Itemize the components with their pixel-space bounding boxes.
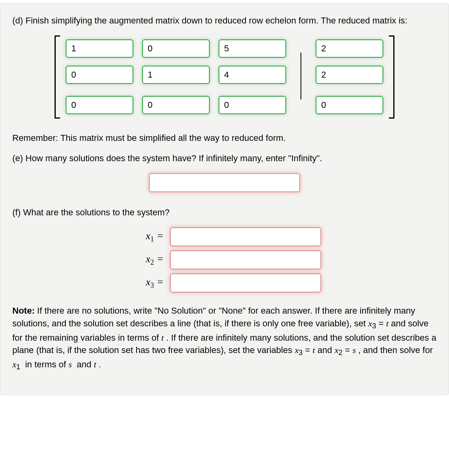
matrix-cell-r2c3[interactable] [219, 66, 286, 84]
x2-input[interactable] [170, 250, 321, 269]
part-d-prompt: (d) Finish simplifying the augmented mat… [12, 15, 437, 27]
matrix-cell-r1c4[interactable] [316, 39, 383, 58]
matrix-cell-r1c3[interactable] [219, 39, 286, 58]
solution-row-x2: x2 = [128, 250, 321, 269]
x3-input[interactable] [170, 273, 321, 293]
matrix-grid [60, 35, 389, 119]
matrix-cell-r3c3[interactable] [219, 96, 286, 114]
augment-bar-icon [295, 39, 307, 113]
solutions-block: x1 = x2 = x3 = [12, 227, 437, 293]
x1-label: x1 = [128, 230, 164, 244]
x2-label: x2 = [128, 253, 164, 267]
problem-card: (d) Finish simplifying the augmented mat… [0, 3, 449, 395]
matrix-cell-r2c1[interactable] [66, 66, 133, 84]
part-e-input-row [12, 173, 437, 192]
part-d-reminder: Remember: This matrix must be simplified… [12, 132, 437, 144]
matrix-cell-r2c2[interactable] [142, 66, 210, 84]
matrix-cell-r3c2[interactable] [142, 96, 210, 114]
solution-row-x1: x1 = [128, 227, 321, 246]
part-e-prompt: (e) How many solutions does the system h… [12, 152, 437, 164]
note-text: Note: If there are no solutions, write "… [12, 304, 437, 373]
x3-label: x3 = [128, 276, 164, 290]
left-bracket-icon [52, 35, 60, 119]
matrix-cell-r1c1[interactable] [66, 39, 133, 58]
right-bracket-icon [389, 35, 397, 119]
solution-row-x3: x3 = [128, 273, 321, 293]
part-f-prompt: (f) What are the solutions to the system… [12, 207, 437, 218]
solutions-count-input[interactable] [149, 173, 300, 192]
x1-input[interactable] [170, 227, 321, 246]
augmented-matrix [12, 35, 437, 119]
matrix-cell-r2c4[interactable] [316, 66, 383, 84]
matrix-cell-r1c2[interactable] [142, 39, 210, 58]
matrix-cell-r3c1[interactable] [66, 96, 133, 114]
matrix-cell-r3c4[interactable] [316, 96, 383, 114]
